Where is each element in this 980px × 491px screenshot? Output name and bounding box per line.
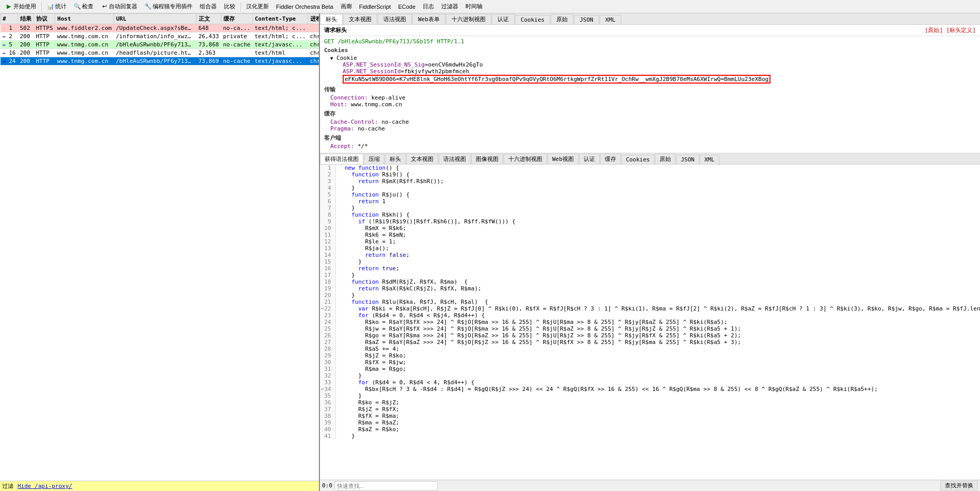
line-number: 19 xyxy=(320,285,335,292)
col-result[interactable]: 结果 xyxy=(18,14,34,24)
col-num[interactable]: # xyxy=(1,14,18,24)
col-content-type[interactable]: Content-Type xyxy=(252,14,308,24)
table-row[interactable]: ↔ 24 200 HTTP www.tnmg.com.cn /bHleAuSRw… xyxy=(1,57,319,66)
line-number: 41 xyxy=(320,433,335,439)
line-number: 40 xyxy=(320,426,335,433)
session-table-container[interactable]: # 结果 协议 Host URL 正文 缓存 Content-Type 进程 注… xyxy=(0,13,319,481)
resp-tab-xml[interactable]: XML xyxy=(700,155,719,164)
cookie-expand-icon[interactable]: ▼ xyxy=(330,56,333,61)
cell-body: 73,869 xyxy=(197,57,221,66)
line-content: } xyxy=(335,433,980,439)
toolbar-plugin-btn[interactable]: 🔧 编程猫专用插件 xyxy=(141,2,196,11)
transfer-host: Host: www.tnmg.com.cn xyxy=(330,101,976,108)
line-content: return 1 xyxy=(335,198,980,205)
col-host[interactable]: Host xyxy=(55,14,114,24)
line-content: R$fX = R$ma; xyxy=(335,413,980,419)
tab-xml[interactable]: XML xyxy=(600,15,621,24)
resp-tab-imageview[interactable]: 图像视图 xyxy=(471,154,503,164)
resp-tab-hexview[interactable]: 十六进制视图 xyxy=(504,154,547,164)
resp-tab-auth[interactable]: 认证 xyxy=(579,154,600,164)
toolbar-ecode-btn[interactable]: ECode xyxy=(395,3,419,11)
line-content: R$mX = R$k6; xyxy=(335,225,980,232)
toolbar-timeline-btn[interactable]: 时间轴 xyxy=(462,2,486,11)
line-content: function R$kh() { xyxy=(335,211,980,218)
table-row[interactable]: ⚠ 1 502 HTTPS www.fiddler2.com /UpdateCh… xyxy=(1,24,319,32)
line-number: 20 xyxy=(320,292,335,299)
search-input[interactable] xyxy=(334,481,438,490)
toolbar-gallery-btn[interactable]: 画廊 xyxy=(338,2,355,11)
sep1 xyxy=(41,2,42,11)
cookie-item-highlighted: eFKuN5wtW89D006=K7vHE8lnk_GHoH63eOhtYf6T… xyxy=(343,75,976,84)
cell-process xyxy=(308,24,319,32)
col-process[interactable]: 进程 xyxy=(308,14,319,24)
line-number: 7 xyxy=(320,205,335,211)
toolbar-orchestra-btn[interactable]: Fiddler Orchestra Beta xyxy=(273,3,336,11)
code-line: 11 R$k6 = R$mN; xyxy=(320,232,980,238)
line-number: 2 xyxy=(320,171,335,178)
tab-raw[interactable]: 原始 xyxy=(551,14,573,24)
code-line: 36 R$ko = R$jZ; xyxy=(320,399,980,406)
resp-tab-json[interactable]: JSON xyxy=(676,155,699,164)
filter-value[interactable]: Hide /api-proxy/ xyxy=(18,483,72,489)
line-content: R$ja(); xyxy=(335,245,980,252)
toolbar-combine-btn[interactable]: 组合器 xyxy=(197,2,220,11)
line-number: 9 xyxy=(320,218,335,225)
request-line: GET /bHleAuSRwnbb/PF6y713/56b15f HTTP/1.… xyxy=(324,38,976,45)
line-number: 22↵ xyxy=(320,305,335,312)
client-accept: Accept: */* xyxy=(330,143,976,150)
table-row[interactable]: ↔ 5 200 HTTP www.tnmg.com.cn /bHleAuSRwn… xyxy=(1,41,319,49)
resp-tab-syntaxview[interactable]: 获得语法视图 xyxy=(320,154,363,164)
resp-tab-raw[interactable]: 原始 xyxy=(655,154,676,164)
toolbar-compare-btn[interactable]: 比较 xyxy=(221,2,238,11)
tab-syntaxview[interactable]: 语法视图 xyxy=(378,14,412,24)
line-number: 12 xyxy=(320,238,335,245)
tab-json[interactable]: JSON xyxy=(574,15,599,24)
tab-hexview[interactable]: 十六进制视图 xyxy=(446,14,491,24)
tab-webform[interactable]: Web表单 xyxy=(412,14,445,24)
cell-url: /headflash/picture.html xyxy=(114,49,197,57)
line-number: 24 xyxy=(320,319,335,325)
toolbar-update-btn[interactable]: 汉化更新 xyxy=(243,2,272,11)
toolbar-stats-btn[interactable]: 📊 统计 xyxy=(44,2,70,11)
request-header-actions[interactable]: [原始] [标头定义] xyxy=(925,26,976,34)
line-number: 39 xyxy=(320,419,335,426)
resp-tab-cookies[interactable]: Cookies xyxy=(621,155,654,164)
table-row[interactable]: ↔ 16 200 HTTP www.tnmg.com.cn /headflash… xyxy=(1,49,319,57)
toolbar-inspect-btn[interactable]: 🔍 检查 xyxy=(71,2,97,11)
resp-tab-textview[interactable]: 文本视图 xyxy=(406,154,438,164)
find-replace-btn[interactable]: 查找并替换 xyxy=(940,481,978,490)
toolbar-fiddlerscript-btn[interactable]: FiddlerScript xyxy=(356,3,394,11)
resp-tab-cache[interactable]: 缓存 xyxy=(600,154,621,164)
code-line: 3 return R$mX(R$ff.R$hR()); xyxy=(320,178,980,185)
toolbar-start-btn[interactable]: ▶ 开始使用 xyxy=(2,2,39,11)
line-number: 33 xyxy=(320,379,335,386)
resp-tab-webview[interactable]: Web视图 xyxy=(548,154,579,164)
toolbar-filter-btn[interactable]: 过滤器 xyxy=(438,2,461,11)
resp-tab-headers[interactable]: 标头 xyxy=(385,154,406,164)
toolbar-autoreply-btn[interactable]: ↩ 自动回复器 xyxy=(98,2,140,11)
cookie-tree-root[interactable]: ▼ Cookie xyxy=(330,55,976,61)
line-content: return true; xyxy=(335,265,980,272)
request-header-label: 请求标头 [原始] [标头定义] xyxy=(320,25,980,36)
tab-auth[interactable]: 认证 xyxy=(492,14,515,24)
col-cache[interactable]: 缓存 xyxy=(221,14,252,24)
line-content: R$jw = R$aY[R$fX >>> 24] ^ R$jO[R$ma >> … xyxy=(335,325,980,332)
code-line: 39 R$ma = R$aZ; xyxy=(320,419,980,426)
code-view[interactable]: 1 new function() {2 function R$i9() {3 r… xyxy=(320,165,980,480)
col-protocol[interactable]: 协议 xyxy=(34,14,55,24)
resp-tab-compress[interactable]: 压缩 xyxy=(364,154,384,164)
cell-cache: no-cache xyxy=(221,41,252,49)
cell-body: 2,363 xyxy=(197,49,221,57)
tab-headers[interactable]: 标头 xyxy=(320,14,343,24)
cell-process: chrome... xyxy=(308,41,319,49)
col-url[interactable]: URL xyxy=(114,14,197,24)
tab-textview[interactable]: 文本视图 xyxy=(343,14,377,24)
toolbar-log-btn[interactable]: 日志 xyxy=(420,2,437,11)
line-number: 29 xyxy=(320,352,335,359)
cell-url: /information/info_xwzx.as... xyxy=(114,32,197,41)
table-row[interactable]: ↔ 2 200 HTTP www.tnmg.com.cn /informatio… xyxy=(1,32,319,41)
tab-cookies[interactable]: Cookies xyxy=(515,15,550,24)
resp-tab-syntax2[interactable]: 语法视图 xyxy=(439,154,471,164)
line-number: 26 xyxy=(320,332,335,339)
col-body[interactable]: 正文 xyxy=(197,14,221,24)
